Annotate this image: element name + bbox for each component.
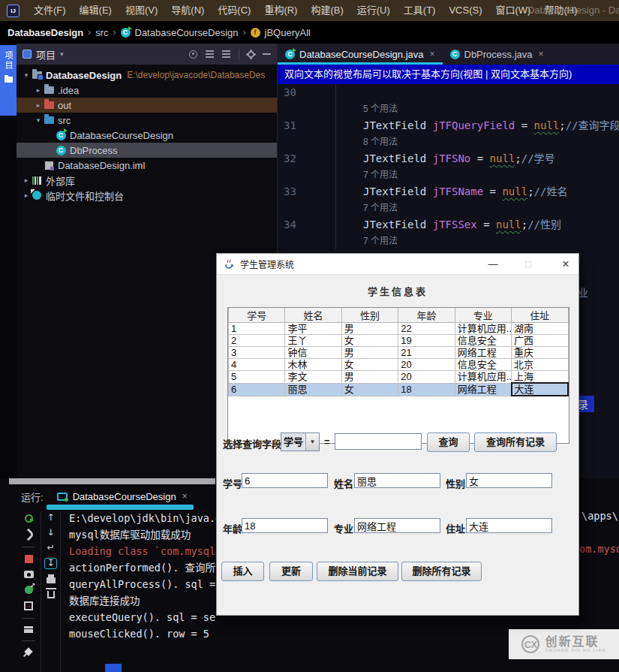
- table-row[interactable]: 4木林女20信息安全北京: [229, 359, 569, 371]
- code-line[interactable]: JTextField jTFQueryField = null;//查询字段: [336, 117, 619, 134]
- table-cell[interactable]: 20: [398, 359, 455, 371]
- update-button[interactable]: 更新: [269, 562, 313, 581]
- table-cell[interactable]: 重庆: [512, 347, 568, 359]
- settings-wrench-icon[interactable]: [23, 529, 35, 541]
- chevron-icon[interactable]: ▾: [21, 71, 32, 79]
- table-header-cell[interactable]: 性别: [341, 308, 398, 323]
- table-cell[interactable]: 女: [341, 383, 398, 396]
- chevron-down-icon[interactable]: ▾: [60, 50, 64, 58]
- code-line[interactable]: JTextField jTFSNo = null;//学号: [336, 150, 555, 167]
- menu-item[interactable]: 工具(T): [397, 0, 443, 21]
- table-cell[interactable]: 信息安全: [455, 359, 511, 371]
- run-tab[interactable]: DatabaseCourseDesign: [73, 491, 176, 502]
- usages-hint[interactable]: 7 个用法: [336, 167, 398, 183]
- table-cell[interactable]: 20: [398, 371, 455, 384]
- chevron-icon[interactable]: ▾: [33, 116, 44, 124]
- code-line[interactable]: JTextField jTFSName = null;//姓名: [336, 183, 567, 200]
- usages-hint[interactable]: 7 个用法: [336, 233, 398, 249]
- rerun-icon[interactable]: [25, 514, 33, 523]
- menu-item[interactable]: 编辑(E): [73, 0, 119, 21]
- table-cell[interactable]: 4: [229, 359, 285, 371]
- thread-dump-icon[interactable]: [24, 571, 34, 578]
- usages-hint[interactable]: 7 个用法: [336, 200, 398, 216]
- delete-current-button[interactable]: 删除当前记录: [317, 562, 398, 581]
- table-cell[interactable]: 木林: [285, 359, 341, 371]
- table-cell[interactable]: 李平: [285, 323, 341, 335]
- table-row[interactable]: 1李平男22计算机应用...湖南: [229, 323, 569, 335]
- close-icon[interactable]: ×: [429, 49, 434, 59]
- collapse-all-icon[interactable]: [206, 50, 214, 52]
- editor-notification-banner[interactable]: 双向文本的视觉布局可以取决于基本方向(视图 | 双向文本基本方向): [278, 65, 619, 84]
- table-cell[interactable]: 广西: [512, 335, 568, 347]
- table-cell[interactable]: 网络工程: [455, 383, 511, 396]
- console-output[interactable]: E:\develop\jdk\bin\java.emysql数据库驱动加载成功L…: [69, 510, 216, 669]
- expand-all-icon[interactable]: [222, 50, 230, 52]
- age-input[interactable]: [242, 518, 328, 533]
- insert-button[interactable]: 插入: [221, 562, 264, 581]
- breadcrumb-src[interactable]: src: [95, 27, 108, 38]
- usages-hint[interactable]: 5 个用法: [336, 101, 398, 117]
- table-cell[interactable]: 钟信: [285, 347, 341, 359]
- table-cell[interactable]: 1: [229, 323, 285, 335]
- table-cell[interactable]: 大连: [512, 383, 568, 396]
- table-cell[interactable]: 女: [341, 335, 398, 347]
- table-cell[interactable]: 22: [398, 323, 455, 335]
- chevron-icon[interactable]: ▸: [33, 101, 44, 109]
- chevron-icon[interactable]: ▸: [33, 86, 44, 94]
- code-line[interactable]: JTextField jTFSSex = null;//性别: [336, 216, 561, 233]
- delete-all-button[interactable]: 删除所有记录: [401, 562, 482, 581]
- hide-panel-icon[interactable]: [263, 53, 271, 55]
- close-icon[interactable]: ×: [554, 254, 577, 274]
- scroll-up-icon[interactable]: ↑: [47, 513, 54, 523]
- query-button[interactable]: 查询: [427, 432, 470, 452]
- student-table[interactable]: 学号姓名性别年龄专业住址1李平男22计算机应用...湖南2王丫女19信息安全广西…: [228, 308, 569, 396]
- table-cell[interactable]: 5: [229, 371, 285, 384]
- code-line[interactable]: [336, 84, 363, 101]
- menu-item[interactable]: 导航(N): [164, 0, 211, 21]
- table-cell[interactable]: 6: [229, 383, 285, 396]
- menu-item[interactable]: VCS(S): [442, 0, 488, 21]
- soft-wrap-icon[interactable]: ↵: [47, 543, 54, 553]
- query-field-combo[interactable]: 学号 ▼: [281, 432, 320, 451]
- menu-item[interactable]: 构建(B): [304, 0, 350, 21]
- tree-item[interactable]: ▸外部库: [17, 173, 277, 188]
- table-cell[interactable]: 上海: [512, 371, 568, 384]
- table-row[interactable]: 5李文男20计算机应用...上海: [229, 371, 569, 384]
- tree-item[interactable]: DatabaseDesign.iml: [17, 158, 277, 173]
- table-header-cell[interactable]: 年龄: [398, 308, 455, 323]
- sex-input[interactable]: [466, 473, 552, 488]
- table-cell[interactable]: 李文: [285, 371, 341, 384]
- project-tool-tab[interactable]: 项目: [0, 45, 17, 116]
- tree-item[interactable]: ▸临时文件和控制台: [17, 188, 277, 203]
- coverage-icon[interactable]: [25, 586, 33, 594]
- exit-icon[interactable]: [24, 601, 33, 610]
- table-row[interactable]: 3钟信男21网络工程重庆: [229, 347, 569, 359]
- tab-databasecoursedesign[interactable]: C DatabaseCourseDesign.java ×: [278, 44, 443, 65]
- locate-file-icon[interactable]: [189, 50, 197, 59]
- breadcrumb-class[interactable]: DatabaseCourseDesign: [135, 27, 239, 38]
- table-cell[interactable]: 18: [398, 383, 455, 396]
- table-cell[interactable]: 网络工程: [455, 347, 511, 359]
- breadcrumb-member[interactable]: jBQueryAll: [265, 27, 311, 38]
- table-cell[interactable]: 2: [229, 335, 285, 347]
- print-icon[interactable]: [47, 577, 56, 583]
- breadcrumb-project[interactable]: DatabaseDesign: [8, 27, 83, 38]
- chevron-icon[interactable]: ▸: [21, 191, 32, 199]
- table-cell[interactable]: 女: [341, 359, 398, 371]
- close-icon[interactable]: ×: [539, 49, 544, 59]
- menu-item[interactable]: 代码(C): [211, 0, 257, 21]
- table-row[interactable]: 6丽思女18网络工程大连: [229, 383, 569, 396]
- tree-item[interactable]: CDbProcess: [17, 143, 277, 158]
- project-panel-title[interactable]: 项目: [36, 47, 56, 62]
- addr-input[interactable]: [466, 518, 552, 533]
- menu-item[interactable]: 运行(U): [350, 0, 397, 21]
- maximize-icon[interactable]: □: [517, 254, 539, 274]
- menu-item[interactable]: 重构(R): [257, 0, 304, 21]
- query-all-button[interactable]: 查询所有记录: [474, 432, 557, 452]
- sno-input[interactable]: [242, 473, 328, 488]
- layout-icon[interactable]: [24, 626, 33, 633]
- table-header-cell[interactable]: 学号: [229, 308, 285, 323]
- scroll-to-end-icon[interactable]: ↧: [44, 558, 56, 569]
- scroll-down-icon[interactable]: ↓: [47, 528, 54, 538]
- table-header-cell[interactable]: 姓名: [285, 308, 341, 323]
